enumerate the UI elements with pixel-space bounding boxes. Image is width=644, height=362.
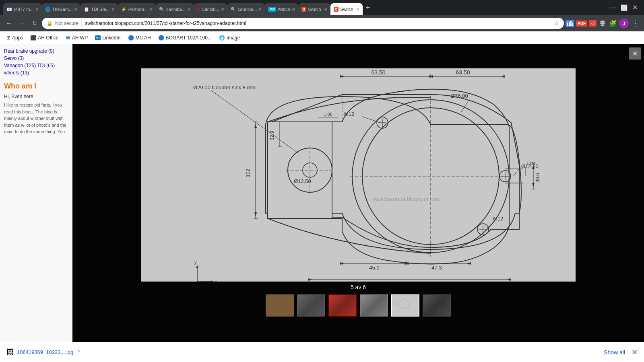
extensions-puzzle-icon[interactable]: 🧩 [609, 19, 617, 28]
window-controls: — ⬜ ✕ [609, 4, 641, 11]
tab-2[interactable]: 🌐 TheSam... ✕ [42, 3, 81, 15]
show-all-button[interactable]: Show all [604, 349, 625, 356]
svg-line-83 [513, 169, 519, 176]
browser-window: 📧 (4877 m... ✕ 🌐 TheSam... ✕ 📋 TDI Sta..… [0, 0, 644, 362]
forward-button[interactable]: → [16, 18, 27, 29]
minimize-button[interactable]: — [609, 4, 616, 11]
status-bar-close-icon[interactable]: ✕ [632, 348, 638, 357]
svg-marker-43 [254, 212, 257, 216]
address-bar[interactable]: 🔒 Not secure | switchamotor.blogspot.com… [42, 18, 564, 29]
extension-icon-1[interactable] [598, 19, 607, 28]
download-filename[interactable]: 106419369_10223....jpg [17, 349, 73, 355]
svg-line-85 [487, 221, 495, 228]
pdf-icon[interactable]: PDF [576, 21, 587, 27]
sidebar-link-brake[interactable]: Rear brake upgrade (9) [4, 48, 68, 54]
svg-point-96 [395, 301, 398, 304]
tab-close-icon[interactable]: ✕ [35, 7, 39, 12]
tab-favicon: 📋 [84, 7, 89, 12]
bookmarks-bar: ⊞ Apps ⬛ AH Office W AH WP in LinkedIn 🔵… [0, 31, 644, 44]
bookmark-bogart[interactable]: 🔵 BOGART 100A 100... [155, 33, 215, 42]
tab-4[interactable]: ⚡ Perform... ✕ [118, 3, 156, 15]
red-shield-icon[interactable]: 🛡 [589, 20, 597, 27]
bookmark-image[interactable]: 🌐 Image [216, 33, 243, 42]
svg-text:y: y [194, 260, 197, 265]
lightbox-close-button[interactable]: ✕ [629, 47, 641, 60]
bar-chart-icon[interactable] [566, 20, 574, 27]
svg-text:x: x [215, 279, 217, 282]
svg-rect-1 [569, 22, 570, 26]
bookmark-mc-ah[interactable]: 🔵 MC AH [125, 33, 154, 42]
who-am-i-section: Who am I Hi, Sven here. I like to restor… [4, 82, 68, 135]
url-divider: | [81, 20, 83, 27]
nav-icons: PDF 🛡 🧩 J ⋮ [566, 19, 641, 28]
svg-text:47.3: 47.3 [431, 265, 442, 271]
sidebar-link-servo[interactable]: Servo (3) [4, 56, 68, 61]
svg-text:M12: M12 [344, 111, 354, 117]
tab-close-icon[interactable]: ✕ [221, 7, 224, 12]
bookmark-label: AH WP [72, 35, 88, 41]
tab-8[interactable]: MP Watch ✕ [265, 3, 298, 15]
tab-close-icon[interactable]: ✕ [111, 7, 115, 12]
profile-avatar[interactable]: J [619, 19, 629, 28]
tab-close-icon[interactable]: ✕ [187, 7, 190, 12]
svg-line-80 [461, 99, 470, 113]
tab-close-icon[interactable]: ✕ [258, 7, 262, 12]
tab-close-icon[interactable]: ✕ [74, 7, 77, 12]
svg-text:161: 161 [405, 281, 414, 282]
bookmark-label: AH Office [38, 35, 58, 41]
maximize-button[interactable]: ⬜ [621, 5, 627, 10]
tab-label: Perform... [128, 7, 148, 12]
back-button[interactable]: ← [3, 18, 14, 29]
thumbnail-1[interactable] [266, 294, 294, 317]
new-tab-button[interactable]: + [363, 2, 374, 14]
tab-5[interactable]: 🔍 canniba... ✕ [156, 3, 194, 15]
tab-6[interactable]: ▶ Cannib... ✕ [194, 3, 227, 15]
close-button[interactable]: ✕ [632, 4, 638, 11]
tab-close-icon[interactable]: ✕ [324, 7, 327, 12]
globe-icon: 🌐 [219, 35, 225, 41]
office-icon: ⬛ [30, 35, 36, 41]
svg-text:Ø76.00: Ø76.00 [451, 93, 468, 99]
lightbox-counter: 5 av 6 [351, 282, 366, 293]
svg-rect-3 [572, 23, 573, 26]
thumbnail-3[interactable] [328, 294, 357, 317]
nav-bar: ← → ↻ 🔒 Not secure | switchamotor.blogsp… [0, 15, 644, 31]
tab-10-active[interactable]: B Switch ✕ [330, 3, 363, 15]
bookmark-star-icon[interactable]: ☆ [554, 20, 559, 27]
tab-favicon: 🔍 [159, 7, 165, 12]
thumbnail-6[interactable] [423, 294, 451, 317]
sidebar-links: Rear brake upgrade (9) Servo (3) Vanagon… [4, 48, 68, 76]
tab-9[interactable]: B Switch ✕ [298, 3, 330, 15]
sidebar-link-vanagon[interactable]: Vanagon (T25) TDI (65) [4, 63, 68, 68]
thumbnail-5-active[interactable] [391, 294, 419, 317]
bookmark-apps[interactable]: ⊞ Apps [3, 33, 26, 42]
tab-bar: 📧 (4877 m... ✕ 🌐 TheSam... ✕ 📋 TDI Sta..… [0, 0, 644, 15]
tab-3[interactable]: 📋 TDI Sta... ✕ [80, 3, 118, 15]
who-am-i-text: I like to restore old farts, I you read … [4, 102, 68, 135]
tab-close-icon[interactable]: ✕ [149, 7, 153, 12]
tab-7[interactable]: 🔍 canniba... ✕ [227, 3, 265, 15]
sidebar-link-wheels[interactable]: wheels (13) [4, 70, 68, 76]
download-file-icon: 🖼 [6, 348, 14, 356]
thumbnail-4[interactable] [360, 294, 388, 317]
tab-close-icon[interactable]: ✕ [356, 7, 359, 12]
refresh-button[interactable]: ↻ [29, 18, 40, 29]
status-bar-right: Show all ✕ [604, 348, 644, 357]
tab-label: canniba... [238, 7, 257, 12]
left-sidebar: Rear brake upgrade (9) Servo (3) Vanagon… [0, 44, 72, 342]
bookmark-ah-office[interactable]: ⬛ AH Office [27, 33, 62, 42]
svg-text:switchamotor.blogspot.com: switchamotor.blogspot.com [373, 196, 441, 202]
bookmark-label: LinkedIn [102, 35, 120, 41]
bookmark-ah-wp[interactable]: W AH WP [63, 33, 91, 42]
svg-point-95 [399, 299, 409, 309]
tab-label: Watch [278, 7, 290, 12]
tab-favicon: B [301, 7, 307, 12]
tab-close-icon[interactable]: ✕ [292, 7, 295, 12]
tab-1[interactable]: 📧 (4877 m... ✕ [3, 3, 42, 15]
bookmark-linkedin[interactable]: in LinkedIn [92, 33, 124, 42]
tab-label: Switch [308, 7, 322, 12]
thumbnail-2[interactable] [297, 294, 325, 317]
tab-favicon: 🔍 [231, 7, 236, 12]
download-expand-icon[interactable]: ⌃ [76, 349, 81, 356]
chrome-menu-button[interactable]: ⋮ [630, 19, 641, 28]
